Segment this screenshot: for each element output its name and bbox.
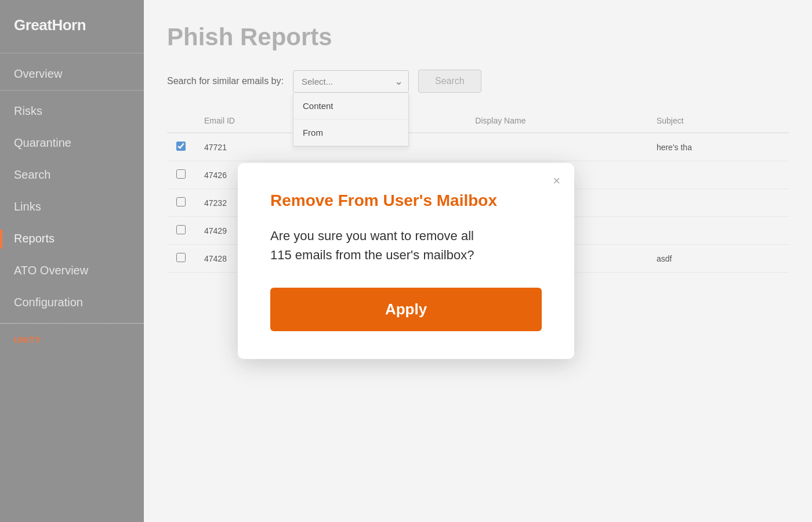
modal-body-line2: 115 emails from the user's mailbox? [270, 248, 474, 262]
modal-apply-button[interactable]: Apply [270, 288, 542, 331]
modal-title: Remove From User's Mailbox [270, 191, 542, 211]
modal-body: Are you sure you want to remove all 115 … [270, 226, 542, 264]
modal-overlay[interactable]: × Remove From User's Mailbox Are you sur… [0, 0, 812, 522]
modal-close-button[interactable]: × [553, 175, 560, 187]
modal-body-line1: Are you sure you want to remove all [270, 229, 474, 243]
modal-dialog: × Remove From User's Mailbox Are you sur… [238, 163, 574, 360]
